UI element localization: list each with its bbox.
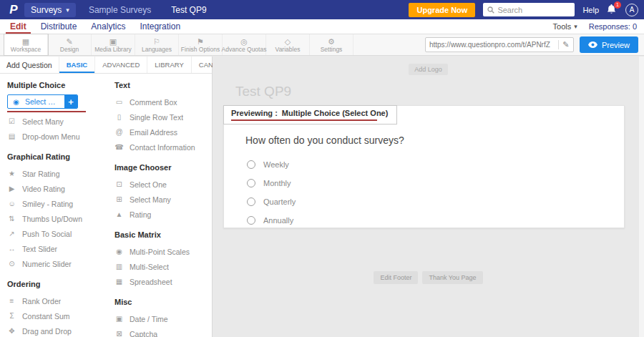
tab-advanced[interactable]: ADVANCED [94,57,147,73]
question-type-captcha[interactable]: ⊠Captcha [114,326,203,337]
add-question-plus-button[interactable]: + [64,95,77,108]
section-image-chooser: Image Chooser⊡Select One⊞Select Many▲Rat… [114,163,203,222]
question-type-label: Rating [130,210,151,219]
thank-you-page-button[interactable]: Thank You Page [422,271,482,284]
answer-option-label: Monthly [263,179,291,187]
add-logo-button[interactable]: Add Logo [409,64,448,75]
breadcrumb[interactable]: Sample Surveys [89,5,151,15]
add-question-panel: Add Question BASICADVANCEDLIBRARYCANVAS … [0,57,213,337]
question-type-star-rating[interactable]: ★Star Rating [7,166,96,181]
edit-footer-button[interactable]: Edit Footer [374,271,418,284]
captcha-icon: ⊠ [114,330,124,337]
menu-item-edit[interactable]: Edit [3,19,34,34]
question-type-multi-select[interactable]: ▥Multi-Select [114,259,203,274]
tab-basic[interactable]: BASIC [59,57,95,73]
toolbar-item-finish-options[interactable]: ⚑Finish Options [179,34,223,55]
question-type-comment-box[interactable]: ▭Comment Box [114,94,203,109]
survey-footer-buttons: Edit Footer Thank You Page [223,271,633,284]
answer-option-weekly[interactable]: Weekly [247,155,624,174]
edit-url-pencil-icon[interactable]: ✎ [558,40,573,49]
question-type-drag-and-drop[interactable]: ✥Drag and Drop [7,323,96,337]
toolbar-items: ▦Workspace✎Design▣Media Library⚐Language… [4,34,353,55]
rank-order-icon: ≡ [7,297,16,305]
avatar[interactable]: A [625,4,638,16]
question-type-drop-down-menu[interactable]: ▤Drop-down Menu [7,129,96,144]
radio-button-icon[interactable] [247,160,255,169]
video-icon: ▶ [7,185,16,192]
preview-button-label: Preview [602,41,630,49]
question-type-contact-information[interactable]: ☎Contact Information [114,140,203,155]
answer-option-monthly[interactable]: Monthly [247,174,624,192]
question-type-rank-order[interactable]: ≡Rank Order [7,293,96,308]
toolbar-item-advance-quotas[interactable]: ◎Advance Quotas [223,34,266,55]
toolbar-item-label: Media Library [94,46,132,53]
comment-box-icon: ▭ [114,98,124,106]
toolbar-item-settings[interactable]: ⚙Settings [310,34,353,55]
survey-preview-title[interactable]: Test QP9 [235,84,633,99]
toolbar-item-label: Workspace [11,46,41,53]
toolbar-item-design[interactable]: ✎Design [48,34,92,55]
previewing-chip: Previewing : Multiple Choice (Select One… [223,105,397,124]
multi-select-icon: ▥ [114,263,124,270]
section-heading: Basic Matrix [114,230,203,239]
surveys-label: Surveys [31,5,62,15]
responses-count[interactable]: Responses: 0 [589,22,637,31]
radio-button-icon[interactable] [247,179,255,187]
tools-dropdown[interactable]: Tools ▾ [553,22,577,31]
radio-button-icon[interactable] [247,197,255,206]
toolbar-item-media-library[interactable]: ▣Media Library [92,34,135,55]
question-type-spreadsheet[interactable]: ▦Spreadsheet [114,274,203,289]
header-right-group: Upgrade Now Help 1 A [409,3,638,17]
question-type-label: Push To Social [22,230,72,238]
question-type-video-rating[interactable]: ▶Video Rating [7,181,96,196]
question-type-select-many[interactable]: ☑Select Many [7,114,96,129]
question-type-thumbs-up-down[interactable]: ⇅Thumbs Up/Down [7,211,96,226]
question-type-smiley-rating[interactable]: ☺Smiley - Rating [7,196,96,211]
help-link[interactable]: Help [582,6,599,14]
question-type-multi-point-scales[interactable]: ◉Multi-Point Scales [114,244,203,259]
question-type-label: Multi-Select [130,263,169,271]
answer-option-label: Weekly [263,160,289,169]
question-types-list: Multiple Choice◉Select One+☑Select Many▤… [0,74,212,337]
question-type-select-many[interactable]: ⊞Select Many [114,192,203,207]
menu-item-integration[interactable]: Integration [132,19,187,34]
toolbar-item-languages[interactable]: ⚐Languages [135,34,179,55]
menu-item-distribute[interactable]: Distribute [34,19,84,34]
notifications-bell[interactable]: 1 [607,4,618,15]
question-type-label: Contact Information [130,143,195,152]
numeric-slider-icon: ⊙ [7,260,16,268]
question-type-label: Select One [25,97,60,106]
questionpro-logo[interactable]: P [4,3,23,17]
radio-button-icon[interactable] [247,216,255,225]
scrollbar[interactable] [639,57,644,337]
toolbar-item-variables[interactable]: ◇Variables [266,34,310,55]
image-rating-icon: ▲ [114,210,124,218]
menu-item-analytics[interactable]: Analytics [84,19,132,34]
question-type-single-row-text[interactable]: ▯Single Row Text [114,109,203,124]
section-heading: Image Chooser [114,163,203,172]
search-input[interactable] [497,6,570,14]
previewing-prefix: Previewing : [231,109,278,117]
question-type-rating[interactable]: ▲Rating [114,207,203,222]
answer-option-quarterly[interactable]: Quarterly [247,192,624,211]
survey-url-input[interactable] [426,41,558,49]
question-type-email-address[interactable]: @Email Address [114,124,203,140]
upgrade-button[interactable]: Upgrade Now [409,3,475,17]
survey-url-box: ✎ [425,37,574,52]
question-type-push-to-social[interactable]: ↗Push To Social [7,226,96,241]
tab-library[interactable]: LIBRARY [147,57,190,73]
question-type-constant-sum[interactable]: ΣConstant Sum [7,308,96,323]
question-panel-tabs: BASICADVANCEDLIBRARYCANVAS [59,57,235,73]
search-box[interactable] [483,3,575,16]
answer-option-annually[interactable]: Annually [247,211,624,230]
question-type-text-slider[interactable]: ↔Text Slider [7,241,96,256]
question-type-date-time[interactable]: ▣Date / Time [114,311,203,326]
finish-options-icon: ⚑ [197,37,204,46]
surveys-product-menu[interactable]: Surveys ▾ [24,3,76,17]
toolbar-item-label: Variables [275,46,301,53]
question-type-select-one[interactable]: ◉Select One+ [7,94,78,109]
preview-button[interactable]: Preview [580,36,638,53]
question-type-select-one[interactable]: ⊡Select One [114,177,203,192]
question-type-numeric-slider[interactable]: ⊙Numeric Slider [7,256,96,271]
toolbar-item-workspace[interactable]: ▦Workspace [4,34,48,55]
